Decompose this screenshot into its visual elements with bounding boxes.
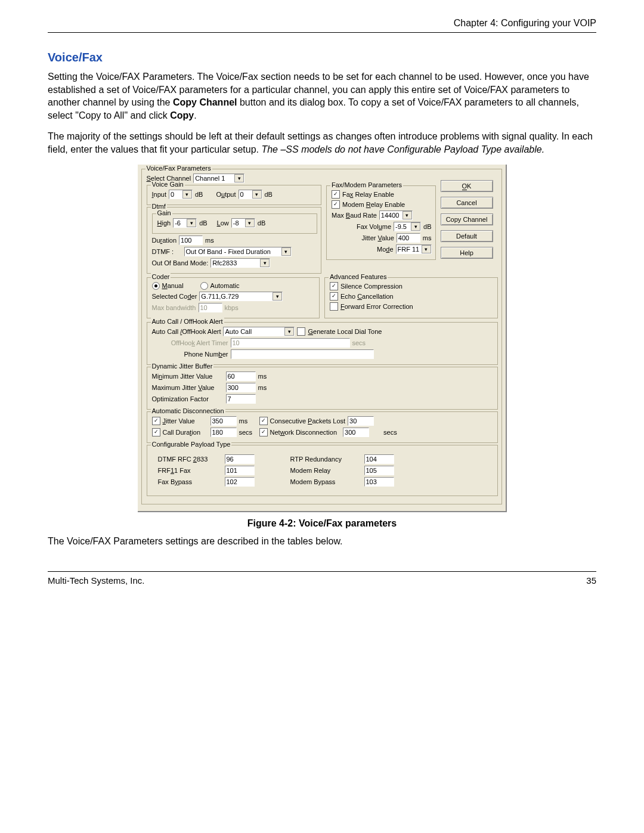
select-channel-dropdown[interactable]: Channel 1 bbox=[193, 174, 244, 183]
secs1: secs bbox=[352, 339, 366, 346]
min-jitter-label: Minimum Jitter Value bbox=[152, 373, 224, 380]
fax-modem-title: Fax/Modem Parameters bbox=[330, 181, 403, 188]
group-title: Voice/Fax Parameters bbox=[145, 165, 212, 172]
nd-input[interactable] bbox=[343, 428, 369, 437]
ms1: ms bbox=[205, 237, 214, 244]
modem-relay-checkbox[interactable]: ✓ bbox=[332, 200, 340, 209]
fax-relay-checkbox[interactable]: ✓ bbox=[332, 190, 340, 199]
output-gain-dropdown[interactable]: 0 bbox=[239, 190, 262, 199]
cpl-input[interactable] bbox=[348, 416, 374, 426]
ac-dropdown[interactable]: Auto Call bbox=[223, 327, 295, 336]
voice-fax-panel: Voice/Fax Parameters Select Channel Chan… bbox=[138, 165, 507, 512]
footer-left: Multi-Tech Systems, Inc. bbox=[48, 575, 145, 586]
timer-input bbox=[231, 338, 350, 348]
gain-title: Gain bbox=[156, 209, 172, 216]
high-dropdown[interactable]: -6 bbox=[173, 218, 197, 228]
cpt-mr-label: Modem Relay bbox=[290, 467, 362, 474]
oob-dropdown[interactable]: Rfc2833 bbox=[210, 258, 270, 268]
footer-page: 35 bbox=[586, 575, 596, 586]
silence-label: Silence Compression bbox=[340, 283, 402, 290]
gen-dial-label: Generate Local Dial Tone bbox=[308, 328, 382, 335]
closing-paragraph: The Voice/FAX Parameters settings are de… bbox=[48, 535, 596, 548]
chapter-header: Chapter 4: Configuring your VOIP bbox=[48, 18, 596, 29]
low-label: Low bbox=[217, 219, 229, 227]
default-button[interactable]: Default bbox=[441, 230, 493, 242]
cpt-rtp-input[interactable] bbox=[364, 454, 394, 464]
coder-title: Coder bbox=[151, 273, 171, 280]
fax-volume-dropdown[interactable]: -9.5 bbox=[394, 222, 421, 231]
cpt-rtp-label: RTP Redundancy bbox=[290, 456, 362, 463]
mode-label: Mode bbox=[377, 246, 394, 253]
output-label: Output bbox=[216, 191, 236, 198]
manual-radio[interactable] bbox=[152, 282, 160, 290]
ms3: ms bbox=[258, 373, 267, 380]
cpt-fb-label: Fax Bypass bbox=[158, 478, 222, 485]
echo-label: Echo Cancellation bbox=[340, 293, 394, 300]
p1bold2: Copy bbox=[170, 110, 194, 120]
max-bw-label: Max bandwidth bbox=[152, 304, 196, 311]
cpt-fb-input[interactable] bbox=[225, 477, 255, 487]
kbps: kbps bbox=[225, 304, 239, 311]
secs3: secs bbox=[383, 429, 397, 436]
db3: dB bbox=[199, 219, 207, 227]
nd-checkbox[interactable]: ✓ bbox=[259, 428, 268, 436]
min-jitter-input[interactable] bbox=[226, 371, 256, 381]
echo-checkbox[interactable]: ✓ bbox=[330, 292, 338, 301]
cd-label: Call Duration bbox=[163, 429, 208, 436]
cd-checkbox[interactable]: ✓ bbox=[152, 428, 160, 436]
max-jitter-input[interactable] bbox=[226, 383, 256, 392]
secs2: secs bbox=[239, 429, 257, 436]
fec-checkbox[interactable] bbox=[330, 302, 338, 311]
jv-input[interactable] bbox=[210, 416, 237, 426]
jv-checkbox[interactable]: ✓ bbox=[152, 417, 160, 425]
phone-label: Phone Number bbox=[152, 351, 228, 358]
max-jitter-label: Maximum Jitter Value bbox=[152, 384, 224, 391]
paragraph-1: Setting the Voice/FAX Parameters. The Vo… bbox=[48, 70, 596, 122]
cpt-dtmf-input[interactable] bbox=[225, 454, 255, 464]
jitter-input[interactable] bbox=[397, 233, 420, 243]
copy-channel-button[interactable]: Copy Channel bbox=[441, 213, 493, 225]
max-bw-input bbox=[199, 303, 222, 312]
fec-label: Forward Error Correction bbox=[340, 303, 413, 310]
max-baud-dropdown[interactable]: 14400 bbox=[379, 210, 413, 220]
opt-label: Optimization Factor bbox=[152, 395, 224, 402]
input-label: Input bbox=[152, 191, 166, 198]
cpt-frf-input[interactable] bbox=[225, 466, 255, 475]
cpt-mr-input[interactable] bbox=[364, 466, 394, 475]
cd-input[interactable] bbox=[210, 428, 237, 437]
section-title: Voice/Fax bbox=[48, 51, 596, 64]
automatic-radio[interactable] bbox=[200, 282, 208, 290]
fax-relay-label: Fax Relay Enable bbox=[342, 191, 394, 198]
autocall-title: Auto Call / OffHook Alert bbox=[151, 318, 224, 325]
selected-coder-label: Selected Coder bbox=[152, 293, 197, 300]
db4: dB bbox=[258, 219, 265, 227]
input-gain-dropdown[interactable]: 0 bbox=[169, 190, 193, 199]
cpt-mb-input[interactable] bbox=[364, 477, 394, 487]
ok-button[interactable]: OK bbox=[441, 180, 493, 192]
cpt-frf-label: FRF11 Fax bbox=[158, 467, 222, 474]
figure-caption: Figure 4-2: Voice/Fax parameters bbox=[48, 518, 596, 529]
cancel-button[interactable]: Cancel bbox=[441, 197, 493, 209]
mode-dropdown[interactable]: FRF 11 bbox=[396, 244, 432, 254]
cpl-checkbox[interactable]: ✓ bbox=[259, 417, 268, 425]
duration-input[interactable] bbox=[179, 236, 203, 245]
opt-input[interactable] bbox=[226, 394, 256, 404]
dtmf-mode-dropdown[interactable]: Out Of Band - Fixed Duration bbox=[184, 247, 292, 256]
phone-input[interactable] bbox=[231, 349, 374, 359]
header-rule bbox=[48, 32, 596, 33]
duration-label: Duration bbox=[152, 237, 177, 244]
automatic-label: Automatic bbox=[210, 282, 240, 289]
gen-dial-checkbox[interactable] bbox=[297, 327, 305, 336]
high-label: High bbox=[157, 219, 171, 227]
jv-label: Jitter Value bbox=[163, 417, 208, 425]
help-button[interactable]: Help bbox=[441, 247, 493, 259]
nd-label: Network Disconnection bbox=[270, 429, 338, 436]
cpl-label: Consecutive Packets Lost bbox=[270, 417, 346, 425]
ms2: ms bbox=[423, 234, 432, 241]
p1bold: Copy Channel bbox=[173, 97, 237, 107]
selected-coder-dropdown[interactable]: G.711,G.729 bbox=[199, 292, 283, 301]
low-dropdown[interactable]: -8 bbox=[231, 218, 255, 228]
db5: dB bbox=[423, 223, 431, 230]
silence-checkbox[interactable]: ✓ bbox=[330, 282, 338, 290]
max-baud-label: Max Baud Rate bbox=[332, 212, 377, 219]
